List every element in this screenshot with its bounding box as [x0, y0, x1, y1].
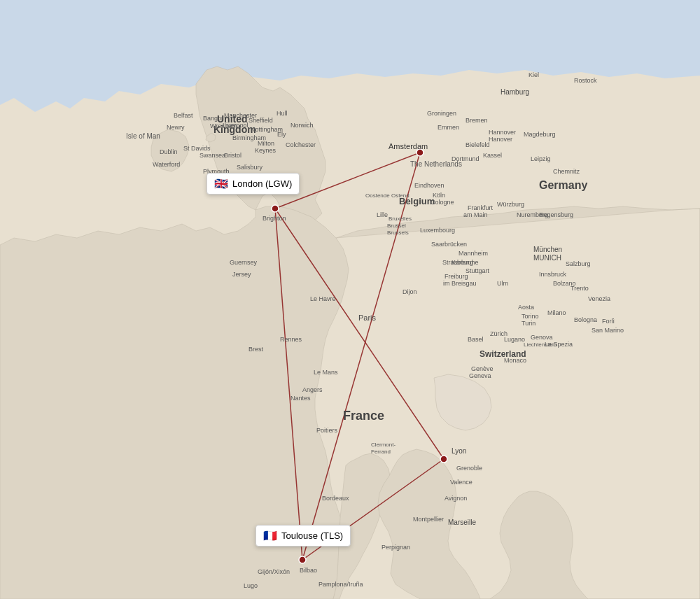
map-container: Isle of Man United Kingdom Belfast Newry…: [0, 0, 700, 599]
svg-text:Dijon: Dijon: [402, 288, 417, 295]
svg-text:Belfast: Belfast: [174, 112, 193, 119]
svg-text:San Marino: San Marino: [592, 327, 624, 334]
svg-text:im Breisgau: im Breisgau: [443, 280, 477, 287]
svg-text:Manchester: Manchester: [224, 112, 257, 119]
svg-text:Dublin: Dublin: [160, 148, 178, 155]
svg-text:Cologne: Cologne: [430, 199, 454, 206]
svg-text:Lyon: Lyon: [451, 447, 466, 455]
svg-text:Gijón/Xixón: Gijón/Xixón: [258, 568, 290, 575]
svg-text:Nantes: Nantes: [290, 395, 311, 402]
svg-text:Chemnitz: Chemnitz: [553, 168, 580, 175]
svg-text:Freiburg: Freiburg: [444, 273, 468, 280]
lgw-flag: 🇬🇧: [214, 177, 228, 190]
svg-text:Leipzig: Leipzig: [531, 155, 551, 162]
tls-airport-name: Toulouse (TLS): [281, 530, 343, 541]
svg-point-6: [272, 205, 279, 212]
svg-text:Torino: Torino: [522, 313, 539, 320]
svg-text:Guernsey: Guernsey: [230, 259, 258, 266]
svg-text:Pamplona/Iruña: Pamplona/Iruña: [318, 581, 363, 588]
svg-text:Amsterdam: Amsterdam: [388, 142, 428, 150]
svg-text:Salzburg: Salzburg: [566, 260, 591, 267]
svg-text:Groningen: Groningen: [427, 110, 456, 117]
svg-text:Perpignan: Perpignan: [382, 544, 410, 551]
svg-text:Brest: Brest: [248, 346, 264, 353]
svg-text:Grenoble: Grenoble: [456, 465, 482, 472]
svg-text:Clermont-: Clermont-: [371, 442, 396, 448]
svg-text:Rennes: Rennes: [280, 336, 302, 343]
svg-text:Isle of Man: Isle of Man: [126, 132, 160, 140]
svg-text:Salisbury: Salisbury: [237, 164, 263, 171]
svg-text:Turin: Turin: [522, 320, 536, 327]
tls-airport-label: 🇫🇷 Toulouse (TLS): [255, 525, 351, 547]
svg-text:Aosta: Aosta: [518, 304, 534, 311]
svg-text:Ferrand: Ferrand: [371, 449, 391, 455]
svg-text:Milano: Milano: [547, 309, 566, 316]
svg-text:Genova: Genova: [531, 334, 553, 341]
svg-text:Valence: Valence: [450, 479, 472, 486]
svg-text:Newry: Newry: [167, 124, 185, 131]
svg-text:Venezia: Venezia: [588, 295, 610, 302]
svg-text:MUNICH: MUNICH: [533, 254, 561, 262]
svg-text:Frankfurt: Frankfurt: [468, 204, 493, 211]
svg-text:Wrexham: Wrexham: [210, 122, 237, 129]
svg-text:Montpellier: Montpellier: [413, 516, 444, 523]
svg-text:Stuttgart: Stuttgart: [465, 267, 490, 274]
svg-text:Luxembourg: Luxembourg: [420, 227, 455, 234]
svg-text:Kassel: Kassel: [483, 152, 502, 159]
svg-text:Strasbourg: Strasbourg: [442, 259, 473, 266]
svg-text:Bielefeld: Bielefeld: [465, 141, 490, 148]
svg-text:Lugo: Lugo: [244, 582, 258, 589]
svg-text:Magdeburg: Magdeburg: [524, 131, 556, 138]
svg-text:Lille: Lille: [377, 211, 388, 218]
lgw-airport-name: London (LGW): [232, 178, 292, 189]
svg-text:Monaco: Monaco: [504, 357, 526, 364]
svg-text:Innsbruck: Innsbruck: [539, 271, 567, 278]
svg-text:Kiel: Kiel: [528, 71, 539, 78]
svg-text:Ulm: Ulm: [497, 280, 508, 287]
svg-text:Bangor: Bangor: [203, 115, 223, 122]
svg-text:Le Havre: Le Havre: [310, 295, 336, 302]
svg-text:Hanover: Hanover: [489, 136, 512, 143]
svg-text:Liechtenstein: Liechtenstein: [524, 341, 556, 348]
svg-text:Saarbrücken: Saarbrücken: [431, 241, 467, 248]
svg-text:Bruxelles: Bruxelles: [388, 216, 412, 222]
svg-text:Milton: Milton: [258, 140, 274, 147]
svg-point-7: [299, 556, 306, 563]
svg-text:Bolzano: Bolzano: [553, 280, 576, 287]
svg-text:Emmen: Emmen: [438, 124, 459, 131]
svg-text:Le Mans: Le Mans: [314, 369, 338, 376]
svg-text:Basel: Basel: [468, 336, 484, 343]
svg-text:Rostock: Rostock: [574, 77, 597, 84]
svg-text:München: München: [533, 246, 562, 253]
svg-text:Germany: Germany: [539, 179, 587, 191]
svg-text:Norwich: Norwich: [290, 122, 314, 129]
svg-text:Mannheim: Mannheim: [458, 250, 488, 257]
svg-text:am Main: am Main: [463, 211, 488, 218]
svg-text:Hamburg: Hamburg: [500, 88, 529, 96]
svg-text:Regensburg: Regensburg: [539, 211, 573, 218]
svg-text:Jersey: Jersey: [232, 271, 251, 278]
svg-text:Bordeaux: Bordeaux: [322, 495, 349, 502]
svg-text:Swansea: Swansea: [200, 152, 225, 159]
svg-text:Genève: Genève: [471, 365, 493, 372]
svg-text:Angers: Angers: [302, 386, 323, 393]
svg-text:Hannover: Hannover: [489, 129, 516, 136]
svg-text:Marseille: Marseille: [448, 519, 476, 526]
svg-text:St Davids: St Davids: [183, 145, 211, 152]
svg-text:Oostende Ostend: Oostende Ostend: [365, 192, 410, 199]
lgw-airport-label: 🇬🇧 London (LGW): [206, 173, 300, 195]
svg-text:Bologna: Bologna: [574, 316, 597, 323]
svg-text:Brussels: Brussels: [387, 230, 409, 236]
svg-text:Colchester: Colchester: [286, 141, 316, 148]
svg-text:Forlì: Forlì: [602, 318, 615, 325]
svg-text:Bristol: Bristol: [224, 152, 241, 159]
tls-flag: 🇫🇷: [263, 529, 277, 542]
svg-point-9: [440, 456, 447, 463]
svg-text:Bremen: Bremen: [465, 117, 488, 124]
svg-text:Würzburg: Würzburg: [497, 201, 524, 208]
svg-text:Ely: Ely: [277, 131, 286, 138]
svg-text:Dortmund: Dortmund: [451, 155, 479, 162]
svg-text:Brighton: Brighton: [262, 215, 286, 222]
svg-text:Geneva: Geneva: [469, 372, 491, 379]
svg-text:Eindhoven: Eindhoven: [414, 182, 444, 189]
